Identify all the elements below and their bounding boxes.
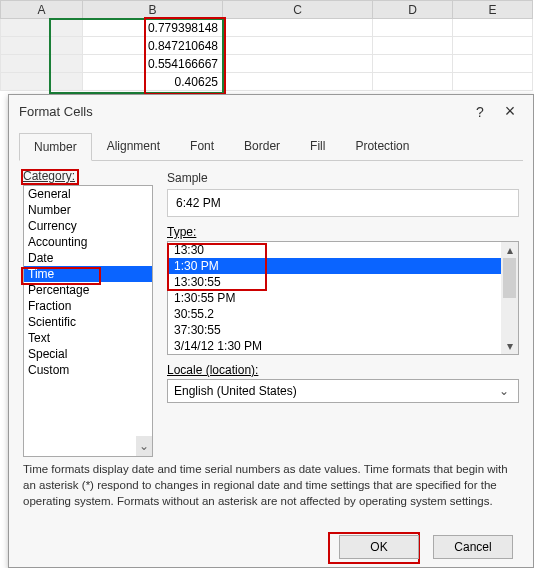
type-item[interactable]: 37:30:55 bbox=[168, 322, 501, 338]
locale-label: Locale (location): bbox=[167, 363, 519, 377]
tab-alignment[interactable]: Alignment bbox=[92, 132, 175, 160]
type-item[interactable]: 3/14/12 1:30 PM bbox=[168, 338, 501, 354]
col-header-c[interactable]: C bbox=[223, 1, 373, 19]
tab-border[interactable]: Border bbox=[229, 132, 295, 160]
sample-label: Sample bbox=[167, 169, 519, 189]
locale-value: English (United States) bbox=[174, 384, 496, 398]
cell-d1[interactable] bbox=[373, 19, 453, 37]
tab-strip: Number Alignment Font Border Fill Protec… bbox=[19, 132, 523, 161]
cancel-button[interactable]: Cancel bbox=[433, 535, 513, 559]
category-item[interactable]: Fraction bbox=[24, 298, 152, 314]
chevron-down-icon[interactable]: ⌄ bbox=[136, 436, 152, 456]
tab-fill[interactable]: Fill bbox=[295, 132, 340, 160]
locale-dropdown[interactable]: English (United States) ⌄ bbox=[167, 379, 519, 403]
tab-font[interactable]: Font bbox=[175, 132, 229, 160]
category-item[interactable]: General bbox=[24, 186, 152, 202]
cell-b1[interactable]: 0.779398148 bbox=[83, 19, 223, 37]
cell-a4[interactable] bbox=[1, 73, 83, 91]
category-item[interactable]: Custom bbox=[24, 362, 152, 378]
category-item[interactable]: Special bbox=[24, 346, 152, 362]
chevron-down-icon[interactable]: ⌄ bbox=[496, 384, 512, 398]
cell-a2[interactable] bbox=[1, 37, 83, 55]
type-label: Type: bbox=[167, 225, 519, 239]
cell-a3[interactable] bbox=[1, 55, 83, 73]
cell-c1[interactable] bbox=[223, 19, 373, 37]
cell-b4[interactable]: 0.40625 bbox=[83, 73, 223, 91]
tab-protection[interactable]: Protection bbox=[340, 132, 424, 160]
cell-d4[interactable] bbox=[373, 73, 453, 91]
scroll-up-icon[interactable]: ▴ bbox=[501, 242, 518, 258]
scroll-down-icon[interactable]: ▾ bbox=[501, 338, 518, 354]
cell-c4[interactable] bbox=[223, 73, 373, 91]
spreadsheet-grid[interactable]: A B C D E 0.779398148 0.847210648 0.5541… bbox=[0, 0, 533, 91]
category-item-time[interactable]: Time bbox=[24, 266, 152, 282]
cell-c3[interactable] bbox=[223, 55, 373, 73]
titlebar: Format Cells ? × bbox=[9, 95, 533, 126]
type-item[interactable]: 13:30:55 bbox=[168, 274, 501, 290]
cell-e1[interactable] bbox=[453, 19, 533, 37]
col-header-a[interactable]: A bbox=[1, 1, 83, 19]
cell-b2[interactable]: 0.847210648 bbox=[83, 37, 223, 55]
category-item[interactable]: Date bbox=[24, 250, 152, 266]
sample-value: 6:42 PM bbox=[167, 189, 519, 217]
type-item[interactable]: 1:30:55 PM bbox=[168, 290, 501, 306]
cell-b3[interactable]: 0.554166667 bbox=[83, 55, 223, 73]
cell-e2[interactable] bbox=[453, 37, 533, 55]
category-item[interactable]: Currency bbox=[24, 218, 152, 234]
category-item[interactable]: Number bbox=[24, 202, 152, 218]
cell-d3[interactable] bbox=[373, 55, 453, 73]
cell-e4[interactable] bbox=[453, 73, 533, 91]
cell-c2[interactable] bbox=[223, 37, 373, 55]
category-item[interactable]: Scientific bbox=[24, 314, 152, 330]
category-item[interactable]: Accounting bbox=[24, 234, 152, 250]
scroll-thumb[interactable] bbox=[503, 258, 516, 298]
tab-number[interactable]: Number bbox=[19, 133, 92, 161]
info-text: Time formats display date and time seria… bbox=[23, 461, 519, 509]
ok-button[interactable]: OK bbox=[339, 535, 419, 559]
cell-a1[interactable] bbox=[1, 19, 83, 37]
category-label: Category: bbox=[23, 169, 153, 185]
type-listbox[interactable]: 13:30 1:30 PM 13:30:55 1:30:55 PM 30:55.… bbox=[167, 241, 519, 355]
cell-d2[interactable] bbox=[373, 37, 453, 55]
type-item[interactable]: 30:55.2 bbox=[168, 306, 501, 322]
category-listbox[interactable]: General Number Currency Accounting Date … bbox=[23, 185, 153, 457]
dialog-title: Format Cells bbox=[19, 104, 465, 119]
close-button[interactable]: × bbox=[495, 101, 525, 122]
category-item[interactable]: Text bbox=[24, 330, 152, 346]
format-cells-dialog: Format Cells ? × Number Alignment Font B… bbox=[8, 94, 534, 568]
col-header-e[interactable]: E bbox=[453, 1, 533, 19]
type-scrollbar[interactable]: ▴ ▾ bbox=[501, 242, 518, 354]
col-header-d[interactable]: D bbox=[373, 1, 453, 19]
type-item-selected[interactable]: 1:30 PM bbox=[168, 258, 501, 274]
col-header-b[interactable]: B bbox=[83, 1, 223, 19]
category-item[interactable]: Percentage bbox=[24, 282, 152, 298]
type-item[interactable]: 13:30 bbox=[168, 242, 501, 258]
cell-e3[interactable] bbox=[453, 55, 533, 73]
help-button[interactable]: ? bbox=[465, 104, 495, 120]
